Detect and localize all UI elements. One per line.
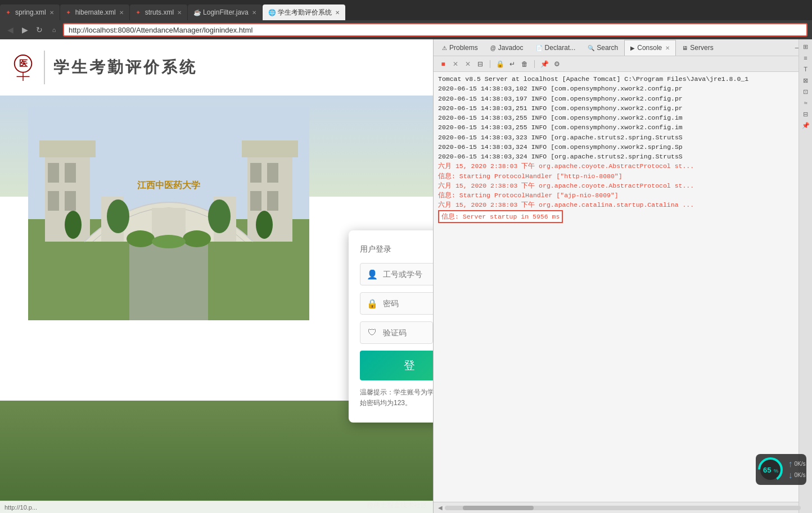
side-btn-7[interactable]: ⊟ bbox=[801, 109, 811, 119]
declaration-icon: 📄 bbox=[536, 45, 543, 51]
side-btn-4[interactable]: ⊠ bbox=[801, 75, 811, 85]
svg-rect-8 bbox=[39, 140, 96, 157]
address-input[interactable]: http://localhost:8080/AttendanceManager/… bbox=[63, 23, 808, 37]
ide-tab-console[interactable]: ▶ Console ✕ bbox=[624, 40, 676, 56]
captcha-input[interactable] bbox=[383, 328, 426, 337]
tab-bar: ✦ spring.xml ✕ ✦ hibernate.xml ✕ ✦ strut… bbox=[0, 0, 812, 20]
console-icon: ▶ bbox=[630, 45, 635, 51]
svg-point-29 bbox=[152, 235, 186, 248]
login-form: 用户登录 👤 🔒 🛡 4x9 bbox=[349, 230, 433, 423]
remove-button[interactable]: ✕ bbox=[463, 59, 473, 69]
side-btn-6[interactable]: ≈ bbox=[801, 98, 811, 108]
ide-toolbar: ■ ✕ ✕ ⊟ 🔒 ↵ 🗑 📌 ⚙ bbox=[434, 56, 812, 72]
browser-bottom-bar: http://10.p... bbox=[0, 501, 433, 513]
ide-tab-declaration[interactable]: 📄 Declarat... bbox=[530, 40, 582, 56]
tab-close-attendance[interactable]: ✕ bbox=[335, 10, 340, 16]
captcha-input-group[interactable]: 🛡 bbox=[360, 321, 433, 344]
log-line-7: 2020-06-15 14:38:03,324 INFO [com.opensy… bbox=[438, 142, 796, 152]
speed-upload: ↑ 0K/s bbox=[788, 459, 805, 469]
side-btn-2[interactable]: ≡ bbox=[801, 53, 811, 63]
school-logo: 医 bbox=[11, 51, 45, 84]
speed-value: 65 % bbox=[763, 465, 778, 475]
svg-rect-17 bbox=[250, 191, 261, 211]
tab-hibernate[interactable]: ✦ hibernate.xml ✕ bbox=[60, 4, 129, 20]
hibernate-xml-icon: ✦ bbox=[66, 9, 73, 16]
browser-content: 医 学生考勤评价系统 bbox=[0, 39, 433, 513]
username-input[interactable] bbox=[383, 270, 433, 279]
scroll-track[interactable] bbox=[445, 506, 801, 510]
clear-button[interactable]: 🗑 bbox=[520, 59, 530, 69]
log-line-5: 2020-06-15 14:38:03,255 INFO [com.opensy… bbox=[438, 122, 796, 132]
back-button[interactable]: ◀ bbox=[4, 24, 16, 35]
side-btn-1[interactable]: ⊞ bbox=[801, 42, 811, 52]
log-line-8: 2020-06-15 14:38:03,324 INFO [org.apache… bbox=[438, 152, 796, 161]
speed-download: ↓ 0K/s bbox=[788, 470, 805, 480]
svg-rect-12 bbox=[65, 191, 76, 211]
captcha-row: 🛡 4x9 ↻ bbox=[360, 321, 433, 344]
refresh-button[interactable]: ↻ bbox=[34, 24, 45, 35]
search-icon: 🔍 bbox=[588, 45, 594, 51]
svg-rect-11 bbox=[48, 191, 59, 211]
attendance-browser-icon: 🌐 bbox=[268, 9, 275, 16]
log-line-highlighted: 信息: Server startup in 5956 ms bbox=[438, 210, 796, 223]
log-line-1: 2020-06-15 14:38:03,102 INFO [com.opensy… bbox=[438, 84, 796, 93]
pin-button[interactable]: 📌 bbox=[539, 59, 549, 69]
horizontal-scrollbar[interactable]: ◀ ▶ bbox=[434, 502, 812, 513]
tab-struts[interactable]: ✦ struts.xml ✕ bbox=[130, 4, 187, 20]
tab-close-struts[interactable]: ✕ bbox=[177, 10, 182, 16]
stop-button[interactable]: ■ bbox=[438, 59, 448, 69]
main-area: 医 学生考勤评价系统 bbox=[0, 39, 812, 513]
home-button[interactable]: ⌂ bbox=[48, 24, 60, 35]
problems-icon: ⚠ bbox=[442, 45, 447, 51]
log-line-red-3: 六月 15, 2020 2:38:03 下午 org.apache.coyote… bbox=[438, 181, 796, 190]
login-form-title: 用户登录 bbox=[360, 244, 433, 255]
tab-spring[interactable]: ✦ spring.xml ✕ bbox=[0, 4, 60, 20]
toolbar-sep1 bbox=[490, 60, 490, 68]
login-button[interactable]: 登 录 bbox=[360, 351, 433, 380]
username-input-group[interactable]: 👤 bbox=[360, 263, 433, 285]
password-input-group[interactable]: 🔒 bbox=[360, 292, 433, 315]
ide-tab-servers[interactable]: 🖥 Servers bbox=[676, 40, 719, 56]
svg-point-23 bbox=[107, 199, 129, 233]
scroll-lock-button[interactable]: 🔒 bbox=[495, 59, 505, 69]
log-line-6: 2020-06-15 14:38:03,323 INFO [org.apache… bbox=[438, 133, 796, 142]
log-line-tomcat: Tomcat v8.5 Server at localhost [Apache … bbox=[438, 74, 796, 84]
ide-tab-bar: ⚠ Problems @ Javadoc 📄 Declarat... 🔍 Sea… bbox=[434, 39, 812, 56]
log-line-red-2: 信息: Starting ProtocolHandler ["http-nio-… bbox=[438, 171, 796, 181]
login-hint: 温馨提示：学生账号为学号，教 职工号，初始密码均为123。 bbox=[360, 387, 433, 408]
disconnect-button[interactable]: ✕ bbox=[450, 59, 461, 69]
password-input[interactable] bbox=[383, 299, 433, 308]
side-btn-3[interactable]: T bbox=[801, 64, 811, 74]
console-content: Tomcat v8.5 Server at localhost [Apache … bbox=[434, 72, 812, 502]
console-close-icon[interactable]: ✕ bbox=[665, 45, 670, 51]
forward-button[interactable]: ▶ bbox=[19, 24, 30, 35]
side-btn-5[interactable]: ⊡ bbox=[801, 87, 811, 97]
page-title: 学生考勤评价系统 bbox=[53, 57, 197, 78]
ide-panel: ⚠ Problems @ Javadoc 📄 Declarat... 🔍 Sea… bbox=[433, 39, 812, 513]
tab-close-loginfilter[interactable]: ✕ bbox=[252, 10, 256, 16]
tool1-button[interactable]: ⊟ bbox=[475, 59, 485, 69]
spring-xml-icon: ✦ bbox=[6, 9, 12, 16]
tab-close-hibernate[interactable]: ✕ bbox=[119, 10, 124, 16]
startup-highlight: 信息: Server startup in 5956 ms bbox=[438, 210, 563, 223]
svg-point-25 bbox=[65, 211, 82, 239]
tab-attendance[interactable]: 🌐 学生考勤评价系统 ✕ bbox=[263, 4, 345, 20]
lock-icon: 🔒 bbox=[367, 298, 377, 308]
shield-icon: 🛡 bbox=[367, 328, 377, 338]
tab-close-spring[interactable]: ✕ bbox=[49, 10, 54, 16]
ide-right-buttons: ⊞ ≡ T ⊠ ⊡ ≈ ⊟ 📌 bbox=[799, 39, 812, 513]
ide-tab-search[interactable]: 🔍 Search bbox=[581, 40, 624, 56]
svg-rect-15 bbox=[250, 163, 261, 183]
toolbar-sep2 bbox=[534, 60, 535, 68]
log-line-2: 2020-06-15 14:38:03,197 INFO [com.opensy… bbox=[438, 94, 796, 103]
ide-tab-javadoc[interactable]: @ Javadoc bbox=[484, 40, 530, 56]
word-wrap-button[interactable]: ↵ bbox=[507, 59, 517, 69]
scroll-left-arrow[interactable]: ◀ bbox=[438, 505, 443, 511]
side-btn-8[interactable]: 📌 bbox=[801, 120, 811, 130]
svg-point-27 bbox=[127, 230, 155, 247]
settings-button[interactable]: ⚙ bbox=[552, 59, 562, 69]
tab-loginfilter[interactable]: ☕ LoginFilter.java ✕ bbox=[188, 4, 262, 20]
svg-rect-14 bbox=[242, 140, 298, 157]
ide-tab-problems[interactable]: ⚠ Problems bbox=[436, 40, 484, 56]
servers-icon: 🖥 bbox=[682, 45, 688, 51]
